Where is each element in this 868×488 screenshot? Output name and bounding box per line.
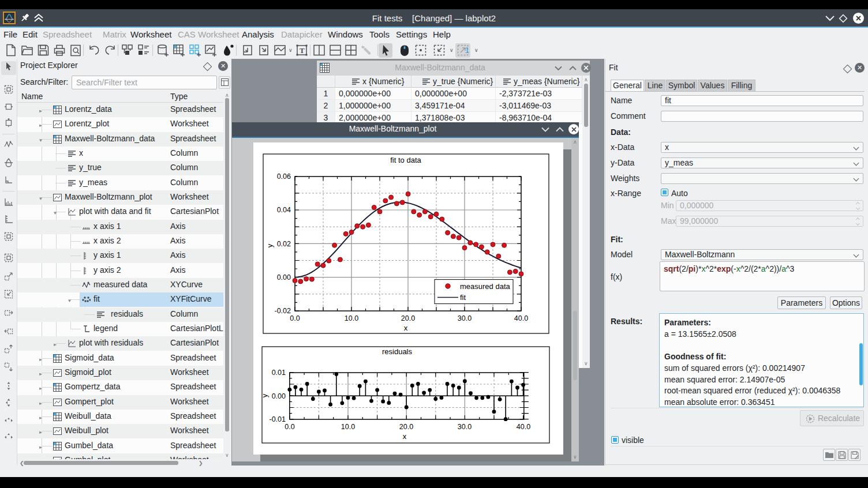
svg-text:residuals: residuals xyxy=(382,347,413,356)
svg-text:10.0: 10.0 xyxy=(345,314,358,322)
svg-text:0.06: 0.06 xyxy=(277,172,291,181)
svg-text:x: x xyxy=(404,324,408,332)
svg-text:T: T xyxy=(300,46,305,55)
svg-text:-0.01: -0.01 xyxy=(270,415,286,423)
svg-text:y: y xyxy=(260,393,269,397)
svg-text:fit: fit xyxy=(460,293,466,302)
svg-text:0.02: 0.02 xyxy=(277,240,291,248)
svg-text:40.0: 40.0 xyxy=(517,423,530,431)
svg-text:40.0: 40.0 xyxy=(514,314,528,322)
svg-text:0.00: 0.00 xyxy=(272,392,286,400)
svg-text:0.0: 0.0 xyxy=(290,314,300,322)
svg-text:fit to data: fit to data xyxy=(390,156,421,164)
svg-text:10.0: 10.0 xyxy=(341,423,355,431)
svg-text:measured data: measured data xyxy=(460,282,510,291)
svg-text:x: x xyxy=(403,432,407,441)
svg-text:-0.02: -0.02 xyxy=(275,307,291,315)
svg-text:y: y xyxy=(265,243,274,247)
svg-text:0.0: 0.0 xyxy=(285,423,294,431)
svg-text:20.0: 20.0 xyxy=(401,314,415,322)
svg-text:0.04: 0.04 xyxy=(277,206,291,214)
svg-text:0.00: 0.00 xyxy=(277,273,291,281)
svg-text:30.0: 30.0 xyxy=(458,423,472,431)
svg-text:0.01: 0.01 xyxy=(272,369,286,377)
svg-text:20.0: 20.0 xyxy=(399,423,413,431)
svg-text:30.0: 30.0 xyxy=(458,314,472,322)
